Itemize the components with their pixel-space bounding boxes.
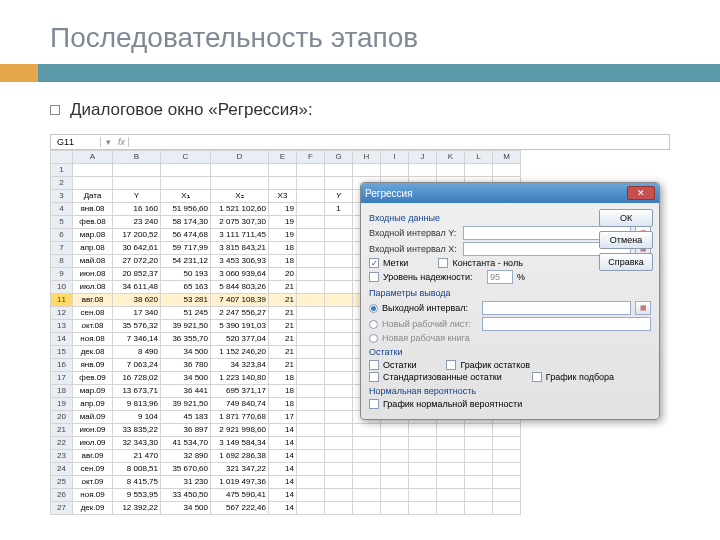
cell[interactable]: 21 (269, 333, 297, 346)
cell[interactable]: сен.09 (73, 463, 113, 476)
cell[interactable]: 19 (269, 203, 297, 216)
row-header[interactable]: 21 (51, 424, 73, 437)
cell[interactable]: 17 200,52 (113, 229, 161, 242)
row-header[interactable]: 8 (51, 255, 73, 268)
cell[interactable]: 17 340 (113, 307, 161, 320)
dialog-titlebar[interactable]: Регрессия ✕ (361, 183, 659, 203)
name-box-dropdown-icon[interactable]: ▾ (101, 137, 115, 147)
cell[interactable]: 39 921,50 (161, 320, 211, 333)
fx-icon[interactable]: fx (115, 137, 129, 147)
fitplot-checkbox[interactable] (532, 372, 542, 382)
cell[interactable]: ноя.09 (73, 489, 113, 502)
row-header[interactable]: 17 (51, 372, 73, 385)
constzero-checkbox[interactable] (438, 258, 448, 268)
col-header[interactable]: D (211, 151, 269, 164)
row-header[interactable]: 1 (51, 164, 73, 177)
mini-val[interactable]: 1 (325, 203, 353, 216)
out-newsheet-field[interactable] (482, 317, 651, 331)
cell[interactable]: фев.08 (73, 216, 113, 229)
row-header[interactable]: 18 (51, 385, 73, 398)
cell[interactable]: 16 160 (113, 203, 161, 216)
cell[interactable]: фев.09 (73, 372, 113, 385)
cell[interactable]: июн.09 (73, 424, 113, 437)
cell[interactable]: 567 222,46 (211, 502, 269, 515)
data-header[interactable]: X₁ (161, 190, 211, 203)
cell[interactable]: 321 347,22 (211, 463, 269, 476)
cell[interactable]: 18 (269, 372, 297, 385)
row-header[interactable]: 10 (51, 281, 73, 294)
row-header[interactable]: 13 (51, 320, 73, 333)
cell[interactable]: янв.08 (73, 203, 113, 216)
residuals-checkbox[interactable] (369, 360, 379, 370)
cell[interactable]: 32 890 (161, 450, 211, 463)
cell[interactable]: мар.09 (73, 385, 113, 398)
col-header[interactable]: H (353, 151, 381, 164)
cell[interactable]: окт.08 (73, 320, 113, 333)
col-header[interactable]: F (297, 151, 325, 164)
cell[interactable]: 1 521 102,60 (211, 203, 269, 216)
cell[interactable]: 749 840,74 (211, 398, 269, 411)
labels-checkbox[interactable]: ✓ (369, 258, 379, 268)
out-interval-radio[interactable] (369, 304, 378, 313)
cell[interactable]: 9 553,95 (113, 489, 161, 502)
cell[interactable]: 38 620 (113, 294, 161, 307)
row-header[interactable]: 27 (51, 502, 73, 515)
cell[interactable]: авг.09 (73, 450, 113, 463)
cell[interactable]: 520 377,04 (211, 333, 269, 346)
cell[interactable]: 14 (269, 489, 297, 502)
cell[interactable]: янв.09 (73, 359, 113, 372)
out-interval-field[interactable] (482, 301, 631, 315)
cell[interactable]: ноя.08 (73, 333, 113, 346)
row-header[interactable]: 19 (51, 398, 73, 411)
cell[interactable]: 3 149 584,34 (211, 437, 269, 450)
cancel-button[interactable]: Отмена (599, 231, 653, 249)
cell[interactable]: 50 193 (161, 268, 211, 281)
row-header[interactable]: 6 (51, 229, 73, 242)
row-header[interactable]: 4 (51, 203, 73, 216)
cell[interactable]: 14 (269, 502, 297, 515)
cell[interactable]: 21 (269, 346, 297, 359)
cell[interactable]: июл.08 (73, 281, 113, 294)
row-header[interactable]: 14 (51, 333, 73, 346)
cell[interactable]: 7 346,14 (113, 333, 161, 346)
data-header[interactable]: Дата (73, 190, 113, 203)
cell[interactable]: 58 174,30 (161, 216, 211, 229)
cell[interactable]: 21 (269, 359, 297, 372)
cell[interactable]: 7 407 108,39 (211, 294, 269, 307)
col-header[interactable]: L (465, 151, 493, 164)
cell[interactable]: 36 441 (161, 385, 211, 398)
cell[interactable]: 14 (269, 450, 297, 463)
cell[interactable]: дек.08 (73, 346, 113, 359)
cell[interactable]: 695 371,17 (211, 385, 269, 398)
cell[interactable]: 53 281 (161, 294, 211, 307)
cell[interactable]: 33 835,22 (113, 424, 161, 437)
out-newbook-radio[interactable] (369, 334, 378, 343)
cell[interactable]: 3 111 711,45 (211, 229, 269, 242)
cell[interactable]: 45 183 (161, 411, 211, 424)
cell[interactable]: 34 500 (161, 346, 211, 359)
cell[interactable]: 39 921,50 (161, 398, 211, 411)
cell[interactable]: 2 247 556,27 (211, 307, 269, 320)
cell[interactable]: 33 450,50 (161, 489, 211, 502)
cell[interactable]: 34 323,84 (211, 359, 269, 372)
cell[interactable]: 51 956,60 (161, 203, 211, 216)
cell[interactable]: 20 (269, 268, 297, 281)
cell[interactable]: 14 (269, 463, 297, 476)
cell[interactable]: 9 813,96 (113, 398, 161, 411)
normplot-checkbox[interactable] (369, 399, 379, 409)
residplot-checkbox[interactable] (446, 360, 456, 370)
col-header[interactable]: J (409, 151, 437, 164)
row-header[interactable]: 22 (51, 437, 73, 450)
cell[interactable]: 51 245 (161, 307, 211, 320)
cell[interactable]: 2 921 998,60 (211, 424, 269, 437)
cell[interactable]: мар.08 (73, 229, 113, 242)
cell[interactable]: 31 230 (161, 476, 211, 489)
cell[interactable]: 59 717,99 (161, 242, 211, 255)
col-header[interactable]: A (73, 151, 113, 164)
cell[interactable]: 1 871 770,68 (211, 411, 269, 424)
cell[interactable]: 8 490 (113, 346, 161, 359)
cell[interactable]: 9 104 (113, 411, 161, 424)
cell[interactable]: 8 415,75 (113, 476, 161, 489)
cell[interactable]: 16 728,02 (113, 372, 161, 385)
row-header[interactable]: 7 (51, 242, 73, 255)
